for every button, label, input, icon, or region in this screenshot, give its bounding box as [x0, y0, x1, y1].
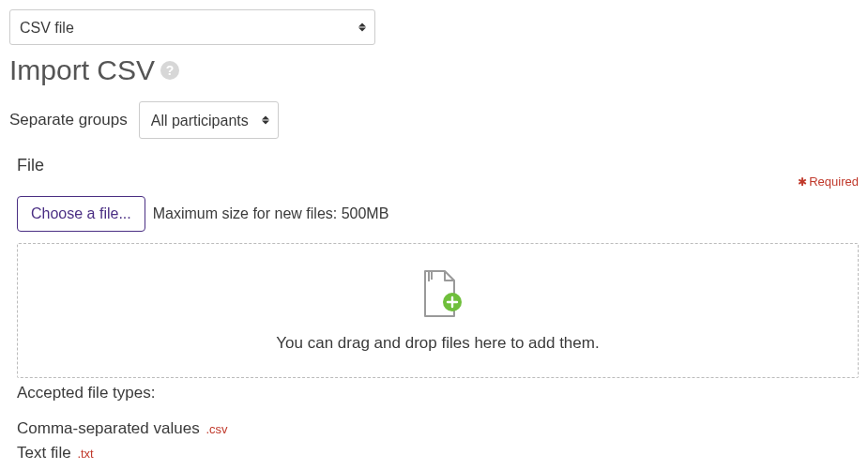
accepted-type-name: Text file — [17, 444, 71, 462]
max-size-text: Maximum size for new files: 500MB — [153, 205, 389, 222]
accepted-types-label: Accepted file types: — [17, 384, 859, 402]
asterisk-icon: ✱ — [798, 176, 807, 188]
groups-select[interactable]: All participants — [139, 101, 279, 139]
required-indicator: ✱ Required — [798, 156, 859, 189]
help-icon[interactable]: ? — [160, 61, 179, 80]
file-dropzone[interactable]: You can drag and drop files here to add … — [17, 243, 859, 378]
accepted-type-ext: .txt — [77, 447, 93, 461]
format-select-wrap: CSV file — [9, 9, 375, 45]
page-title: Import CSV ? — [9, 54, 859, 86]
choose-file-button[interactable]: Choose a file... — [17, 196, 145, 232]
groups-label: Separate groups — [9, 111, 128, 129]
file-label: File — [17, 156, 44, 175]
accepted-type-row: Text file .txt — [17, 444, 859, 462]
accepted-type-row: Comma-separated values .csv — [17, 419, 859, 438]
required-text: Required — [809, 174, 859, 189]
page-title-text: Import CSV — [9, 54, 155, 86]
file-add-icon — [27, 268, 848, 319]
drop-hint: You can drag and drop files here to add … — [27, 334, 848, 353]
format-select[interactable]: CSV file — [9, 9, 375, 45]
accepted-type-ext: .csv — [206, 422, 227, 436]
groups-select-wrap: All participants — [139, 101, 279, 139]
accepted-type-name: Comma-separated values — [17, 419, 200, 437]
